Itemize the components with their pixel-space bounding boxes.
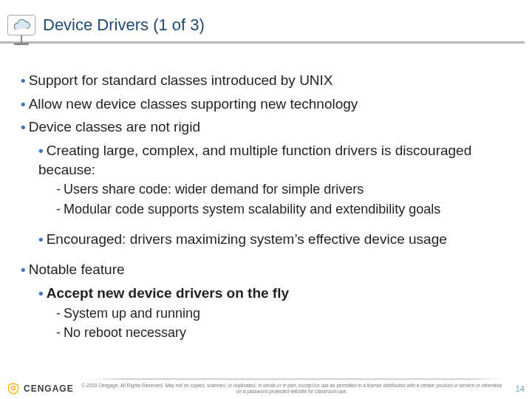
bullet-text: Support for standard classes introduced … [29,72,333,88]
bullet-text: No reboot necessary [64,325,186,340]
display-stand-icon [14,35,29,45]
slide-header: Device Drivers (1 of 3) [0,15,525,44]
bullet-level2: •Encouraged: drivers maximizing system’s… [38,230,517,249]
bullet-level3: -System up and running [56,304,517,322]
footer-divider [89,378,502,380]
bullet-text: System up and running [64,306,200,321]
bullet-level2: •Accept new device drivers on the fly [38,284,517,303]
brand-text: CENGAGE [24,383,74,394]
cloud-icon [11,18,32,32]
copyright-text: © 2018 Cengage. All Rights Reserved. May… [74,383,510,395]
bullet-text: Modular code supports system scalability… [64,202,440,216]
slide-footer: CENGAGE © 2018 Cengage. All Rights Reser… [7,383,525,395]
slide: Device Drivers (1 of 3) •Support for sta… [0,0,532,399]
bullet-text: Creating large, complex, and multiple fu… [38,143,471,177]
bullet-level1: •Device classes are not rigid [21,117,517,137]
cengage-shield-icon [7,383,19,395]
slide-title: Device Drivers (1 of 3) [43,16,205,35]
page-number: 14 [510,384,525,393]
bullet-text: Users share code: wider demand for simpl… [64,182,364,197]
bullet-level2: •Creating large, complex, and multiple f… [38,141,517,179]
header-underline [0,41,525,44]
bullet-level3: -Modular code supports system scalabilit… [56,200,517,218]
bullet-text: Encouraged: drivers maximizing system’s … [47,231,447,247]
bullet-text: Notable feature [29,262,125,277]
title-row: Device Drivers (1 of 3) [0,15,525,35]
cloud-display-icon [7,15,35,35]
bullet-level1: •Support for standard classes introduced… [21,71,517,90]
bullet-level3: -No reboot necessary [56,324,517,341]
bullet-text: Allow new device classes supporting new … [29,96,358,112]
bullet-text: Accept new device drivers on the fly [47,285,289,301]
brand-logo: CENGAGE [7,383,74,395]
svg-point-0 [11,386,15,390]
bullet-level3: -Users share code: wider demand for simp… [56,180,517,198]
bullet-level1: •Allow new device classes supporting new… [21,95,517,114]
slide-body: •Support for standard classes introduced… [21,66,517,341]
bullet-level1: •Notable feature [21,260,517,279]
bullet-text: Device classes are not rigid [29,119,200,134]
